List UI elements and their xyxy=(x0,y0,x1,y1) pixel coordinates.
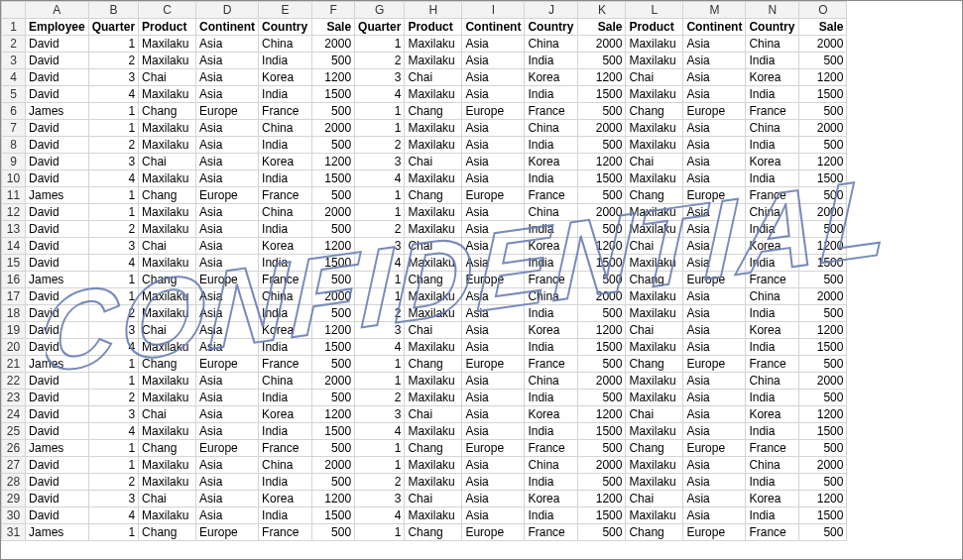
row-header[interactable]: 25 xyxy=(2,423,26,440)
cell[interactable]: 1 xyxy=(355,36,405,53)
column-header-A[interactable]: A xyxy=(26,2,89,19)
cell[interactable]: Maxilaku xyxy=(139,221,196,238)
cell[interactable]: Maxilaku xyxy=(139,507,196,524)
cell[interactable]: James xyxy=(26,356,89,373)
cell[interactable]: India xyxy=(746,423,799,440)
cell[interactable]: 1500 xyxy=(312,170,355,187)
row-header[interactable]: 20 xyxy=(2,339,26,356)
cell[interactable]: 1500 xyxy=(799,507,847,524)
cell[interactable]: China xyxy=(746,373,799,390)
row-header[interactable]: 5 xyxy=(2,86,26,103)
cell[interactable]: India xyxy=(259,53,312,69)
row-header[interactable]: 17 xyxy=(2,288,26,305)
cell[interactable]: Country xyxy=(259,19,312,36)
row-header[interactable]: 12 xyxy=(2,204,26,221)
cell[interactable]: India xyxy=(525,53,578,69)
cell[interactable]: India xyxy=(525,390,578,406)
cell[interactable]: David xyxy=(26,86,89,103)
cell[interactable]: India xyxy=(259,86,312,103)
cell[interactable]: Asia xyxy=(196,255,259,272)
cell[interactable]: 1200 xyxy=(312,322,355,339)
cell[interactable]: Asia xyxy=(462,137,525,154)
cell[interactable]: 1500 xyxy=(312,255,355,272)
cell[interactable]: Asia xyxy=(462,170,525,187)
cell[interactable]: China xyxy=(259,36,312,53)
cell[interactable]: 4 xyxy=(355,339,405,356)
cell[interactable]: 500 xyxy=(799,440,847,457)
column-header-L[interactable]: L xyxy=(626,2,683,19)
cell[interactable]: 1 xyxy=(355,204,405,221)
cell[interactable]: Maxilaku xyxy=(626,36,683,53)
cell[interactable]: Asia xyxy=(196,154,259,170)
cell[interactable]: 500 xyxy=(578,474,626,491)
cell[interactable]: 1200 xyxy=(799,238,847,255)
cell[interactable]: Chai xyxy=(626,491,683,507)
row-header[interactable]: 4 xyxy=(2,69,26,86)
cell[interactable]: China xyxy=(746,204,799,221)
cell[interactable]: Maxilaku xyxy=(626,474,683,491)
cell[interactable]: 500 xyxy=(578,103,626,120)
cell[interactable]: Maxilaku xyxy=(139,36,196,53)
cell[interactable]: Chai xyxy=(626,322,683,339)
cell[interactable]: 3 xyxy=(88,491,138,507)
cell[interactable]: Chang xyxy=(626,356,683,373)
cell[interactable]: 500 xyxy=(578,272,626,288)
cell[interactable]: Maxilaku xyxy=(405,120,462,137)
cell[interactable]: Asia xyxy=(462,390,525,406)
cell[interactable]: Asia xyxy=(683,305,746,322)
cell[interactable]: Maxilaku xyxy=(626,288,683,305)
cell[interactable]: 1200 xyxy=(312,406,355,423)
cell[interactable]: Maxilaku xyxy=(626,170,683,187)
cell[interactable]: 1200 xyxy=(799,406,847,423)
cell[interactable]: David xyxy=(26,36,89,53)
cell[interactable]: David xyxy=(26,373,89,390)
cell[interactable]: 2000 xyxy=(578,204,626,221)
cell[interactable]: David xyxy=(26,204,89,221)
cell[interactable]: 2 xyxy=(355,221,405,238)
cell[interactable]: France xyxy=(259,356,312,373)
cell[interactable]: Europe xyxy=(462,187,525,204)
cell[interactable]: Continent xyxy=(196,19,259,36)
cell[interactable]: Chang xyxy=(405,187,462,204)
cell[interactable]: Maxilaku xyxy=(139,204,196,221)
cell[interactable]: Quarter xyxy=(355,19,405,36)
cell[interactable]: Asia xyxy=(462,305,525,322)
cell[interactable]: Product xyxy=(405,19,462,36)
cell[interactable]: Europe xyxy=(196,103,259,120)
cell[interactable]: India xyxy=(259,423,312,440)
cell[interactable]: 3 xyxy=(355,238,405,255)
cell[interactable]: India xyxy=(525,221,578,238)
cell[interactable]: Sale xyxy=(312,19,355,36)
cell[interactable]: 500 xyxy=(578,305,626,322)
cell[interactable]: 500 xyxy=(799,305,847,322)
cell[interactable]: 500 xyxy=(799,103,847,120)
cell[interactable]: Chang xyxy=(405,356,462,373)
cell[interactable]: Asia xyxy=(462,339,525,356)
cell[interactable]: 1 xyxy=(355,288,405,305)
cell[interactable]: Korea xyxy=(525,154,578,170)
cell[interactable]: Chang xyxy=(626,524,683,541)
cell[interactable]: 1200 xyxy=(312,491,355,507)
cell[interactable]: 1 xyxy=(88,440,138,457)
cell[interactable]: Asia xyxy=(462,507,525,524)
cell[interactable]: Maxilaku xyxy=(405,390,462,406)
cell[interactable]: 1500 xyxy=(578,423,626,440)
row-header[interactable]: 19 xyxy=(2,322,26,339)
cell[interactable]: Chang xyxy=(405,272,462,288)
cell[interactable]: 3 xyxy=(88,322,138,339)
cell[interactable]: Maxilaku xyxy=(139,305,196,322)
cell[interactable]: 2000 xyxy=(312,204,355,221)
cell[interactable]: 1 xyxy=(355,524,405,541)
cell[interactable]: 2 xyxy=(88,137,138,154)
cell[interactable]: Country xyxy=(746,19,799,36)
cell[interactable]: 4 xyxy=(355,170,405,187)
cell[interactable]: France xyxy=(746,524,799,541)
cell[interactable]: 500 xyxy=(799,221,847,238)
cell[interactable]: Continent xyxy=(683,19,746,36)
cell[interactable]: 1 xyxy=(355,103,405,120)
cell[interactable]: Europe xyxy=(196,356,259,373)
cell[interactable]: India xyxy=(525,137,578,154)
cell[interactable]: 1500 xyxy=(799,423,847,440)
cell[interactable]: Asia xyxy=(462,120,525,137)
cell[interactable]: Asia xyxy=(462,423,525,440)
